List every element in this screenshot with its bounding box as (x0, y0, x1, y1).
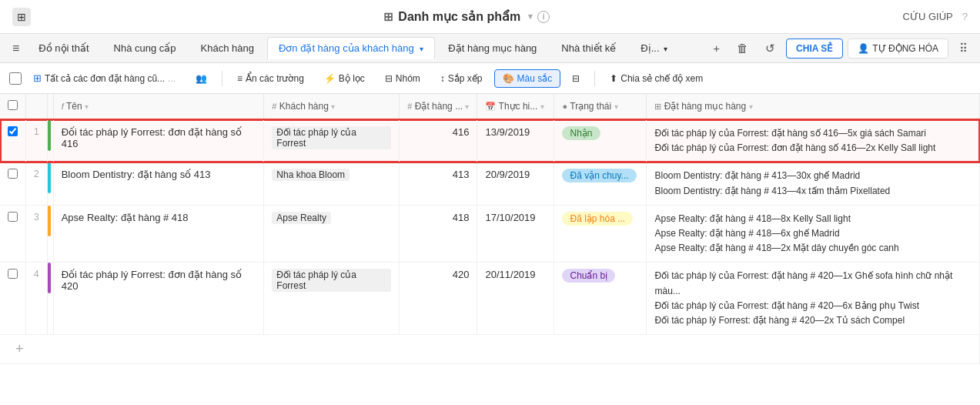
row-customer[interactable]: Đối tác pháp lý của Forrest (264, 263, 400, 335)
logo-icon[interactable]: ⊞ (12, 8, 31, 26)
row-customer[interactable]: Nha khoa Bloom (264, 162, 400, 205)
row-checkbox[interactable] (8, 126, 18, 136)
nav-item-furniture[interactable]: Đồ nội thất (27, 37, 100, 59)
group-members-icon: 👥 (196, 73, 207, 84)
row-order-number: 420 (400, 263, 477, 335)
col-num (26, 94, 48, 119)
row-order-items: Apse Realty: đặt hàng # 418—8x Kelly Sal… (647, 205, 980, 263)
share-view-icon: ⬆ (610, 73, 617, 84)
toolbar: ⊞ Tất cả các đơn đặt hàng cũ... ... 👥 ≡ … (0, 63, 980, 94)
table-container: f Tên ▾ # Khách hàng ▾ # Đặt hàng ... ▾ … (0, 94, 980, 364)
sort-button[interactable]: ↕ Sắp xếp (432, 69, 491, 88)
row-color-bar (47, 263, 53, 335)
nav-item-order-items[interactable]: Đặt hàng mục hàng (436, 37, 548, 59)
group-button[interactable]: ⊟ Nhóm (376, 69, 429, 88)
date-col-icon: 📅 (485, 102, 496, 111)
info-icon[interactable]: i (537, 11, 550, 23)
group-icon: ⊟ (385, 73, 393, 84)
col-checkbox (0, 94, 26, 119)
customer-sort-icon: ▾ (331, 102, 335, 111)
table-row: 1Đối tác pháp lý Forrest: đơn đặt hàng s… (0, 119, 980, 162)
customer-col-icon: # (272, 102, 276, 111)
row-checkbox-cell (0, 205, 26, 263)
row-status[interactable]: Chuẩn bị (554, 263, 647, 335)
row-status[interactable]: Đã vận chuy... (554, 162, 647, 205)
row-height-button[interactable]: ⊟ (564, 69, 588, 88)
nav-item-supplier[interactable]: Nhà cung cấp (102, 37, 188, 59)
row-date: 20/11/2019 (477, 263, 554, 335)
row-order-number: 418 (400, 205, 477, 263)
col-color-bar (47, 94, 53, 119)
main-table: f Tên ▾ # Khách hàng ▾ # Đặt hàng ... ▾ … (0, 94, 980, 364)
row-checkbox[interactable] (8, 212, 18, 222)
hamburger-icon[interactable]: ≡ (6, 38, 25, 59)
auto-button[interactable]: 👤 TỰ ĐỘNG HÓA (848, 38, 948, 59)
table-row: 3Apse Realty: đặt hàng # 418Apse Realty4… (0, 205, 980, 263)
row-date: 20/9/2019 (477, 162, 554, 205)
nav-item-customer[interactable]: Khách hàng (189, 37, 266, 59)
nav-bar: ≡ Đồ nội thất Nhà cung cấp Khách hàng Đơ… (0, 34, 980, 63)
status-sort-icon: ▾ (614, 102, 618, 111)
user-auto-icon: 👤 (858, 43, 869, 54)
ordernum-sort-icon: ▾ (465, 102, 469, 111)
filter-icon: ⚡ (324, 73, 336, 84)
table-row: 4Đối tác pháp lý Forrest: đơn đặt hàng s… (0, 263, 980, 335)
row-number: 1 (26, 119, 48, 162)
add-row-button[interactable]: + (0, 335, 980, 364)
row-checkbox[interactable] (8, 169, 18, 179)
page-title: Danh mục sản phẩm (398, 9, 520, 24)
row-order-items: Bloom Dentistry: đặt hàng # 413—30x ghế … (647, 162, 980, 205)
table-header-row: f Tên ▾ # Khách hàng ▾ # Đặt hàng ... ▾ … (0, 94, 980, 119)
row-name[interactable]: Apse Realty: đặt hàng # 418 (53, 205, 264, 263)
ordernum-col-icon: # (407, 102, 412, 111)
color-icon: 🎨 (503, 73, 514, 84)
select-all-checkbox[interactable] (9, 72, 22, 85)
row-number: 3 (26, 205, 48, 263)
share-view-button[interactable]: ⬆ Chia sẻ chế độ xem (601, 69, 711, 88)
row-checkbox-cell (0, 263, 26, 335)
row-name[interactable]: Đối tác pháp lý Forrest: đơn đặt hàng số… (53, 263, 264, 335)
row-customer[interactable]: Apse Realty (264, 205, 400, 263)
group-members-button[interactable]: 👥 (187, 69, 216, 88)
undo-nav-icon[interactable]: ↺ (759, 38, 781, 59)
header-checkbox[interactable] (8, 100, 18, 110)
row-name[interactable]: Bloom Dentistry: đặt hàng số 413 (53, 162, 264, 205)
grid-view-icon: ⊞ (33, 72, 42, 84)
row-status[interactable]: Nhận (554, 119, 647, 162)
hide-fields-button[interactable]: ≡ Ẩn các trường (229, 69, 313, 88)
dropdown-arrow-icon[interactable]: ▾ (528, 12, 533, 22)
hide-icon: ≡ (237, 73, 242, 84)
col-status[interactable]: ● Trạng thái ▾ (554, 94, 647, 119)
row-status[interactable]: Đã lập hóa ... (554, 205, 647, 263)
view-selector-button[interactable]: ⊞ Tất cả các đơn đặt hàng cũ... ... (25, 69, 184, 88)
date-sort-icon: ▾ (540, 102, 544, 111)
name-sort-icon: ▾ (85, 102, 89, 111)
row-checkbox[interactable] (8, 269, 18, 279)
delete-nav-icon[interactable]: 🗑 (731, 38, 754, 58)
nav-item-more[interactable]: Đị... ▾ (629, 37, 679, 59)
share-button[interactable]: CHIA SẺ (786, 38, 843, 59)
col-order-items[interactable]: ⊞ Đặt hàng mục hàng ▾ (647, 94, 980, 119)
separator-1 (222, 71, 222, 86)
col-customer[interactable]: # Khách hàng ▾ (264, 94, 400, 119)
row-name[interactable]: Đối tác pháp lý Forrest: đơn đặt hàng số… (53, 119, 264, 162)
grid-nav-icon[interactable]: ⠿ (953, 38, 974, 59)
help-button[interactable]: CỨU GIÚP (903, 11, 953, 22)
col-order-num[interactable]: # Đặt hàng ... ▾ (400, 94, 477, 119)
row-order-number: 416 (400, 119, 477, 162)
orderitems-sort-icon: ▾ (749, 102, 753, 111)
nav-item-orders[interactable]: Đơn đặt hàng của khách hàng ▾ (267, 37, 435, 59)
row-number: 2 (26, 162, 48, 205)
filter-button[interactable]: ⚡ Bộ lọc (316, 69, 373, 88)
orders-dropdown-arrow: ▾ (420, 45, 423, 53)
top-bar-left: ⊞ (12, 8, 31, 26)
row-date: 13/9/2019 (477, 119, 554, 162)
color-button[interactable]: 🎨 Màu sắc (494, 69, 561, 88)
col-name[interactable]: f Tên ▾ (53, 94, 264, 119)
nav-item-designer[interactable]: Nhà thiết kế (550, 37, 627, 59)
view-options-icon: ... (168, 73, 176, 84)
add-row[interactable]: + (0, 335, 980, 364)
add-nav-icon[interactable]: + (707, 38, 726, 58)
row-customer[interactable]: Đối tác pháp lý của Forrest (264, 119, 400, 162)
col-date[interactable]: 📅 Thực hi... ▾ (477, 94, 554, 119)
